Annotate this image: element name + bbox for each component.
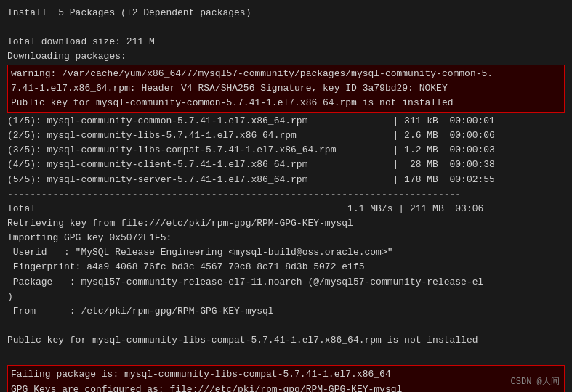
line-download-size: Total download size: 211 M — [7, 35, 565, 49]
line-divider: ----------------------------------------… — [7, 187, 565, 202]
line-retrieving-key: Retrieving key from file:///etc/pki/rpm-… — [7, 216, 565, 231]
line-blank3 — [7, 348, 565, 362]
line-package-info: Package : mysql57-community-release-el7-… — [7, 275, 565, 290]
line-importing-gpg: Importing GPG key 0x5072E1F5: — [7, 231, 565, 245]
line-downloading: Downloading packages: — [7, 49, 565, 64]
line-userid: Userid : "MySQL Release Engineering <mys… — [7, 245, 565, 260]
line-prog3: (3/5): mysql-community-libs-compat-5.7.4… — [7, 143, 565, 158]
line-warn2: 7.41-1.el7.x86_64.rpm: Header V4 RSA/SHA… — [11, 81, 561, 96]
line-warn3: Public key for mysql-community-common-5.… — [11, 96, 561, 110]
line-prog4: (4/5): mysql-community-client-5.7.41-1.e… — [7, 158, 565, 172]
line-close-paren: ) — [7, 290, 565, 304]
line-fingerprint: Fingerprint: a4a9 4068 76fc bd3c 4567 70… — [7, 260, 565, 274]
line-blank1 — [7, 20, 565, 35]
line-warn1: warning: /var/cache/yum/x86_64/7/mysql57… — [11, 67, 561, 81]
line-fail1: Failing package is: mysql-community-libs… — [11, 367, 561, 382]
line-prog1: (1/5): mysql-community-common-5.7.41-1.e… — [7, 114, 565, 128]
line-install-header: Install 5 Packages (+2 Dependent package… — [7, 6, 565, 20]
line-prog5: (5/5): mysql-community-server-5.7.41-1.e… — [7, 173, 565, 187]
terminal-window: Install 5 Packages (+2 Dependent package… — [0, 0, 572, 392]
watermark: CSDN @人间_ — [511, 375, 565, 388]
line-prog2: (2/5): mysql-community-libs-5.7.41-1.el7… — [7, 128, 565, 143]
line-fail2: GPG Keys are configured as: file:///etc/… — [11, 383, 561, 392]
line-pubkey-warn: Public key for mysql-community-libs-comp… — [7, 333, 565, 348]
warning-block: warning: /var/cache/yum/x86_64/7/mysql57… — [7, 65, 565, 113]
line-from-info: From : /etc/pki/rpm-gpg/RPM-GPG-KEY-mysq… — [7, 304, 565, 319]
line-blank2 — [7, 319, 565, 333]
error-block: Failing package is: mysql-community-libs… — [7, 365, 565, 392]
line-total-speed: Total 1.1 MB/s | 211 MB 03:06 — [7, 202, 565, 216]
